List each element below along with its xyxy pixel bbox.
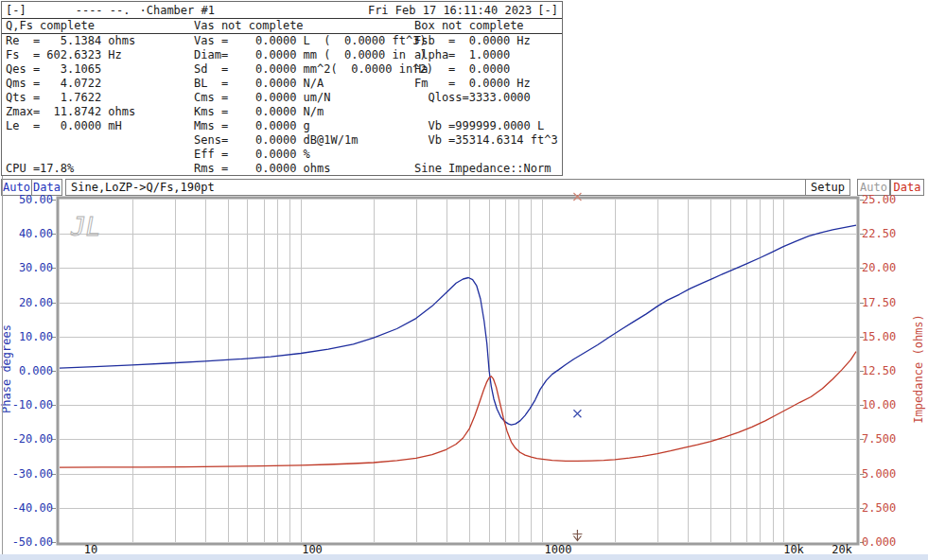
param-cell-col2: Sens= 0.0000 dB@1W/1m xyxy=(194,133,358,147)
left-axis-tick-label: 50.00 xyxy=(0,193,53,206)
parameter-rows: Re = 5.1384 ohmsVas = 0.0000 L ( 0.0000 … xyxy=(2,34,562,176)
param-row: Zmax= 11.8742 ohmsKms = 0.0000 N/m xyxy=(2,105,562,119)
status-qfs: Q,Fs complete xyxy=(6,19,95,32)
app-logo: JL xyxy=(70,213,100,241)
param-cell-col2: Diam= 0.0000 mm ( 0.0000 in ) xyxy=(194,48,427,61)
setup-button[interactable]: Setup xyxy=(805,179,850,196)
left-axis-tick-label: -50.00 xyxy=(0,535,53,549)
param-row: Qms = 4.0722BL = 0.0000 N/AFm = 0.0000 H… xyxy=(2,77,562,91)
param-row: Re = 5.1384 ohmsVas = 0.0000 L ( 0.0000 … xyxy=(2,34,562,48)
param-cell-col2: Mms = 0.0000 g xyxy=(194,119,310,132)
left-axis-tick-label: -20.00 xyxy=(0,432,53,446)
right-axis-tick-label: 5.000 xyxy=(862,467,920,481)
param-cell-col1: Qts = 1.7622 xyxy=(6,91,101,104)
param-cell-col3: Qloss=3333.0000 xyxy=(414,91,531,104)
param-cell-col1: Le = 0.0000 mH xyxy=(6,119,122,132)
app-window: [-] ---- --. ·Chamber #1 Fri Feb 17 16:1… xyxy=(0,0,928,560)
right-axis-tick-label: 2.500 xyxy=(862,501,920,515)
left-axis-tick-label: 40.00 xyxy=(0,227,53,240)
right-axis-tick-label: 20.00 xyxy=(862,261,920,274)
param-cell-col2: Rms = 0.0000 ohms xyxy=(194,162,331,175)
param-cell-col1: Qes = 3.1065 xyxy=(6,62,101,76)
param-cell-col1: Fs = 602.6323 Hz xyxy=(6,48,122,61)
titlebar-dashes: ---- --. xyxy=(76,4,131,17)
param-cell-col2: Kms = 0.0000 N/m xyxy=(194,105,324,118)
titlebar-datetime: Fri Feb 17 16:11:40 2023 xyxy=(368,4,532,17)
window-frame-left xyxy=(2,176,3,554)
param-cell-col2: Vas = 0.0000 L ( 0.0000 ft^3) xyxy=(194,34,427,47)
right-axis-tick-label: 22.50 xyxy=(862,227,920,240)
left-axis-tick-label: 30.00 xyxy=(0,261,53,274)
param-cell-col1: Qms = 4.0722 xyxy=(6,77,101,90)
section-status-row: Q,Fs complete Vas not complete Box not c… xyxy=(2,19,562,34)
left-axis-tick-label: 20.00 xyxy=(0,296,53,309)
left-axis-tick-label: -40.00 xyxy=(0,501,53,515)
param-row: Sens= 0.0000 dB@1W/1m Vb =35314.6314 ft^… xyxy=(2,133,562,148)
status-vas: Vas not complete xyxy=(194,19,304,32)
status-box: Box not complete xyxy=(414,19,524,32)
param-cell-col1: Re = 5.1384 ohms xyxy=(6,34,135,47)
param-cell-col1: Zmax= 11.8742 ohms xyxy=(6,105,135,118)
param-row: CPU =17.8%Rms = 0.0000 ohmsSine Impedanc… xyxy=(2,162,562,176)
window-minimize-control-right[interactable]: [-] xyxy=(537,4,558,17)
window-minimize-control-left[interactable]: [-] xyxy=(6,4,26,17)
chart-title: Sine,LoZP->Q/Fs,190pt xyxy=(65,179,806,196)
status-strip xyxy=(0,554,928,560)
left-axis-tick-label: -30.00 xyxy=(0,467,53,481)
right-axis-tick-label: 25.00 xyxy=(862,193,920,206)
param-cell-col2: Sd = 0.0000 mm^2( 0.0000 in^2) xyxy=(194,62,433,76)
param-cell-col3: Fm = 0.0000 Hz xyxy=(414,77,531,90)
param-cell-col1: CPU =17.8% xyxy=(6,162,74,175)
param-cell-col2: Eff = 0.0000 % xyxy=(194,148,310,161)
param-row: Le = 0.0000 mHMms = 0.0000 g Vb =999999.… xyxy=(2,119,562,133)
measurement-panel: [-] ---- --. ·Chamber #1 Fri Feb 17 16:1… xyxy=(1,1,563,176)
impedance-phase-plot: JL xyxy=(60,200,856,542)
titlebar-document-title: ·Chamber #1 xyxy=(139,4,214,17)
param-cell-col3: Sine Impedance::Norm xyxy=(414,162,552,175)
right-axis-tick-label: 0.000 xyxy=(862,535,920,549)
param-cell-col2: Cms = 0.0000 um/N xyxy=(194,91,331,104)
param-cell-col3: Ha = 0.0000 xyxy=(414,62,510,76)
right-axis-title: Impedance (ohms) xyxy=(912,298,925,440)
param-row: Qts = 1.7622Cms = 0.0000 um/N Qloss=3333… xyxy=(2,91,562,105)
param-cell-col2: BL = 0.0000 N/A xyxy=(194,77,324,90)
param-cell-col3: Vb =999999.0000 L xyxy=(414,119,544,132)
param-row: Fs = 602.6323 HzDiam= 0.0000 mm ( 0.0000… xyxy=(2,48,562,62)
param-cell-col3: alpha= 1.0000 xyxy=(414,48,510,61)
panel-titlebar: [-] ---- --. ·Chamber #1 Fri Feb 17 16:1… xyxy=(2,2,562,19)
param-cell-col3: Vb =35314.6314 ft^3 xyxy=(414,133,558,147)
param-cell-col3: Fsb = 0.0000 Hz xyxy=(414,34,531,47)
param-row: Qes = 3.1065Sd = 0.0000 mm^2( 0.0000 in^… xyxy=(2,62,562,77)
param-row: Eff = 0.0000 % xyxy=(2,148,562,162)
